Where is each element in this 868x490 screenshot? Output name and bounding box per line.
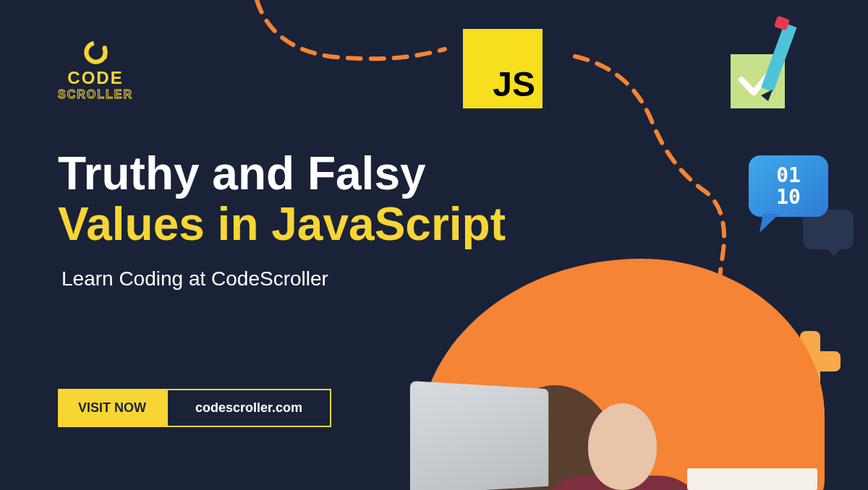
- url-display: codescroller.com: [166, 389, 331, 427]
- svg-point-1: [102, 46, 106, 50]
- svg-point-0: [83, 40, 109, 65]
- svg-point-2: [102, 55, 106, 59]
- laptop-icon: [410, 381, 548, 490]
- svg-text:01: 01: [776, 163, 801, 187]
- headline-line-2: Values in JavaScript: [58, 199, 506, 249]
- main-headline: Truthy and Falsy Values in JavaScript: [58, 148, 506, 250]
- javascript-logo: JS: [463, 29, 542, 108]
- cta-row: VISIT NOW codescroller.com: [58, 389, 331, 427]
- checkbox-pencil-icon: [723, 14, 825, 116]
- person-illustration: [470, 158, 774, 490]
- svg-text:10: 10: [776, 185, 801, 209]
- logo-text-scroller: SCROLLER: [58, 88, 133, 101]
- logo-c-icon: [83, 40, 109, 65]
- logo-text-code: CODE: [67, 68, 123, 88]
- brand-logo: CODE SCROLLER: [58, 40, 133, 101]
- headline-line-1: Truthy and Falsy: [58, 148, 506, 199]
- js-logo-text: JS: [493, 64, 535, 104]
- notebook-icon: [687, 468, 817, 490]
- visit-now-button[interactable]: VISIT NOW: [58, 389, 166, 427]
- subtitle: Learn Coding at CodeScroller: [61, 267, 328, 291]
